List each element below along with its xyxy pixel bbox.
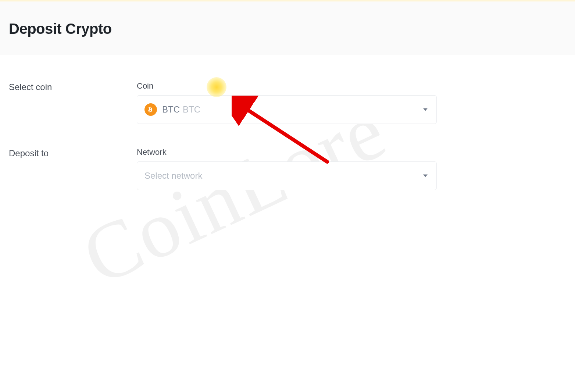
select-coin-row: Select coin Coin BTC BTC [9,81,566,124]
chevron-down-icon [423,175,428,177]
page-title: Deposit Crypto [9,21,566,37]
chevron-down-icon [423,108,428,111]
deposit-to-label: Deposit to [9,147,137,190]
coin-dropdown[interactable]: BTC BTC [137,95,437,124]
coin-control: Coin BTC BTC [137,81,437,124]
deposit-to-row: Deposit to Network Select network [9,147,566,190]
network-field-label: Network [137,147,437,157]
coin-name: BTC [183,104,200,115]
network-control: Network Select network [137,147,437,190]
coin-field-label: Coin [137,81,437,91]
network-placeholder: Select network [144,171,202,181]
coin-ticker: BTC [162,104,180,115]
page-header: Deposit Crypto [0,0,575,55]
content-area: Select coin Coin BTC BTC Deposit to Netw… [0,55,575,222]
select-coin-label: Select coin [9,81,137,124]
network-dropdown[interactable]: Select network [137,161,437,190]
bitcoin-icon [144,103,157,116]
